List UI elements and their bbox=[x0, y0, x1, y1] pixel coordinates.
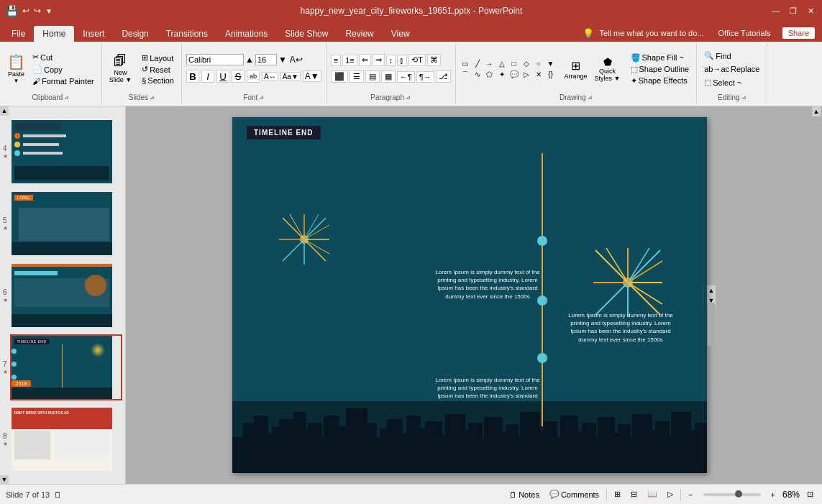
shape-ellipse[interactable]: ○ bbox=[534, 59, 544, 69]
shape-poly[interactable]: ⬠ bbox=[485, 70, 495, 80]
tab-review[interactable]: Review bbox=[337, 26, 382, 42]
comments-button[interactable]: 💬 Comments bbox=[547, 488, 602, 500]
shape-x[interactable]: ✕ bbox=[534, 70, 544, 80]
bold-button[interactable]: B bbox=[186, 70, 199, 83]
customize-icon[interactable]: ▼ bbox=[45, 7, 52, 15]
shape-fill-button[interactable]: 🪣Shape Fill ~ bbox=[628, 52, 693, 63]
justify-button[interactable]: ▦ bbox=[381, 70, 396, 83]
zoom-thumb[interactable] bbox=[735, 490, 742, 498]
share-button[interactable]: Share bbox=[782, 27, 815, 39]
char-spacing-button[interactable]: A↔ bbox=[262, 72, 278, 81]
undo-icon[interactable]: ↩ bbox=[22, 6, 29, 16]
arrange-button[interactable]: ⊞ Arrange bbox=[562, 49, 590, 89]
shadow-button[interactable]: ab bbox=[247, 70, 260, 83]
quick-styles-button[interactable]: ⬟ QuickStyles ▼ bbox=[592, 49, 624, 89]
italic-button[interactable]: I bbox=[201, 70, 214, 83]
tab-design[interactable]: Design bbox=[113, 26, 157, 42]
font-size-down-icon[interactable]: ▼ bbox=[278, 55, 287, 65]
slide-thumb-5[interactable]: 5 ★ LABEL bbox=[0, 189, 125, 258]
rtl-button[interactable]: ←¶ bbox=[397, 71, 415, 83]
shape-star[interactable]: ✦ bbox=[497, 70, 507, 80]
indent-dec-button[interactable]: ⇐ bbox=[359, 54, 371, 66]
shape-curve[interactable]: ∿ bbox=[472, 70, 483, 80]
slide-thumb-8[interactable]: 8 ★ DRIFT DRIVE WITH PHOTOS AD bbox=[0, 405, 125, 474]
shape-diamond[interactable]: ◇ bbox=[521, 59, 531, 69]
shape-outline-button[interactable]: ⬚Shape Outline bbox=[628, 64, 693, 75]
slide-frame[interactable]: TIMELINE END bbox=[232, 117, 707, 473]
close-button[interactable]: ✕ bbox=[805, 5, 816, 17]
shape-action[interactable]: ▷ bbox=[521, 70, 531, 80]
slide-thumb-7[interactable]: 7 ★ TIMELINE END 2018 bbox=[0, 333, 125, 402]
paste-button[interactable]: 📋 Paste ▼ bbox=[4, 49, 28, 89]
numbering-button[interactable]: 1≡ bbox=[342, 55, 357, 66]
area-scroll-up[interactable]: ▲ bbox=[812, 106, 822, 116]
slide-thumb-4[interactable]: 4 ★ bbox=[0, 117, 125, 186]
panel-scroll-up[interactable]: ▲ bbox=[0, 106, 9, 116]
layout-button[interactable]: ⊞Layout bbox=[139, 52, 176, 63]
line-spacing-button[interactable]: ↕ bbox=[386, 55, 396, 66]
zoom-in-button[interactable]: + bbox=[768, 489, 778, 500]
slide-thumb-6[interactable]: 6 ★ bbox=[0, 261, 125, 330]
copy-button[interactable]: 📄Copy bbox=[29, 64, 97, 75]
slide-sorter-button[interactable]: ⊟ bbox=[628, 488, 640, 500]
smartart-button[interactable]: ⌘ bbox=[427, 54, 441, 66]
shapes-more[interactable]: ▼ bbox=[546, 59, 556, 69]
tell-me-input[interactable]: Tell me what you want to do... bbox=[600, 29, 704, 37]
minimize-button[interactable]: — bbox=[770, 5, 782, 17]
shape-brace[interactable]: {} bbox=[546, 70, 556, 80]
shape-arrow[interactable]: → bbox=[485, 59, 495, 69]
align-left-button[interactable]: ⬛ bbox=[331, 70, 348, 83]
shape-triangle[interactable]: △ bbox=[497, 59, 507, 69]
convert-smartart-button[interactable]: ⎇ bbox=[436, 70, 451, 83]
shape-line[interactable]: ╱ bbox=[472, 59, 483, 69]
columns-button[interactable]: ⫿ bbox=[397, 55, 407, 66]
slideshow-button[interactable]: ▷ bbox=[665, 488, 676, 500]
zoom-slider[interactable] bbox=[703, 493, 761, 496]
section-button[interactable]: §Section bbox=[139, 75, 177, 86]
maximize-button[interactable]: ❐ bbox=[787, 5, 799, 17]
font-size-button[interactable]: Aa▼ bbox=[280, 72, 301, 81]
align-center-button[interactable]: ☰ bbox=[350, 70, 364, 83]
shape-effects-button[interactable]: ✦Shape Effects bbox=[628, 75, 693, 86]
reading-view-button[interactable]: 📖 bbox=[644, 488, 660, 500]
normal-view-button[interactable]: ⊞ bbox=[611, 488, 624, 500]
shape-connector[interactable]: ⌒ bbox=[460, 70, 470, 80]
format-painter-button[interactable]: 🖌Format Painter bbox=[29, 76, 97, 86]
notes-button[interactable]: 🗒 Notes bbox=[506, 489, 542, 500]
text-direction-button[interactable]: ⟲T bbox=[408, 54, 426, 66]
find-button[interactable]: 🔍Find bbox=[701, 50, 734, 61]
tab-view[interactable]: View bbox=[383, 26, 419, 42]
save-icon[interactable]: 💾 bbox=[6, 5, 18, 17]
tab-home[interactable]: Home bbox=[34, 26, 74, 42]
tab-slideshow[interactable]: Slide Show bbox=[276, 26, 337, 42]
shape-rect2[interactable]: □ bbox=[509, 59, 519, 69]
replace-button[interactable]: ab→acReplace bbox=[701, 64, 762, 74]
zoom-out-button[interactable]: − bbox=[685, 489, 695, 500]
panel-scroll-down[interactable]: ▼ bbox=[0, 475, 9, 485]
cut-button[interactable]: ✂Cut bbox=[29, 52, 97, 63]
office-tutorials-link[interactable]: Office Tutorials bbox=[718, 29, 770, 37]
font-size-input[interactable] bbox=[255, 54, 277, 65]
shape-rect[interactable]: ▭ bbox=[460, 59, 470, 69]
new-slide-button[interactable]: 🗐 NewSlide ▼ bbox=[106, 49, 134, 89]
underline-button[interactable]: U bbox=[216, 70, 229, 83]
fit-slide-button[interactable]: ⊡ bbox=[804, 488, 816, 500]
tab-transitions[interactable]: Transitions bbox=[157, 26, 216, 42]
tab-animations[interactable]: Animations bbox=[216, 26, 276, 42]
tab-insert[interactable]: Insert bbox=[74, 26, 113, 42]
scroll-up-button[interactable]: ▲ bbox=[707, 285, 716, 295]
clear-format-button[interactable]: A↩ bbox=[290, 55, 303, 65]
shape-callout[interactable]: 💬 bbox=[509, 70, 519, 80]
indent-inc-button[interactable]: ⇒ bbox=[373, 54, 385, 66]
font-name-input[interactable] bbox=[186, 54, 244, 65]
font-size-up-icon[interactable]: ▲ bbox=[245, 55, 254, 65]
bullets-button[interactable]: ≡ bbox=[331, 55, 341, 66]
select-button[interactable]: ⬚Select ~ bbox=[701, 77, 744, 88]
tab-file[interactable]: File bbox=[3, 26, 34, 42]
align-right-button[interactable]: ▤ bbox=[365, 70, 380, 83]
font-color-button[interactable]: A▼ bbox=[303, 70, 321, 82]
ltr-button[interactable]: ¶→ bbox=[416, 71, 434, 83]
redo-icon[interactable]: ↪ bbox=[34, 6, 41, 16]
strikethrough-button[interactable]: S bbox=[232, 70, 245, 83]
reset-button[interactable]: ↺Reset bbox=[139, 64, 173, 75]
